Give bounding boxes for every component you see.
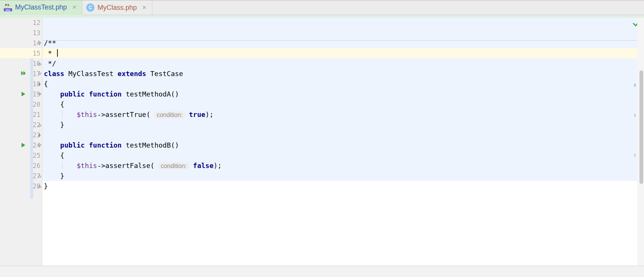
minimap-marker[interactable]	[634, 84, 636, 87]
code-line: {	[42, 99, 644, 109]
code-line	[42, 130, 644, 140]
fold-expanded-icon[interactable]	[37, 39, 42, 47]
svg-point-3	[8, 4, 9, 6]
tab-myclasstest[interactable]: php MyClassTest.php ✕	[0, 0, 82, 15]
svg-point-2	[5, 4, 7, 6]
line-number: 21	[27, 111, 42, 118]
line-number: 20	[27, 101, 42, 108]
editor-tab-bar: php MyClassTest.php ✕ C MyClass.php ✕	[0, 0, 644, 15]
fold-expanded-icon[interactable]	[37, 70, 42, 78]
code-line: }	[42, 120, 644, 130]
fold-end-icon[interactable]	[37, 182, 42, 190]
line-number: 13	[27, 29, 42, 37]
tab-label: MyClassTest.php	[15, 0, 67, 15]
code-line: {	[42, 79, 644, 89]
separator-line	[42, 40, 644, 40]
tab-myclass[interactable]: C MyClass.php ✕	[82, 0, 152, 15]
run-all-icon[interactable]	[21, 70, 27, 78]
run-icon[interactable]	[21, 141, 26, 149]
run-icon[interactable]	[21, 90, 26, 98]
status-bar	[0, 266, 644, 277]
parameter-hint: condition:	[158, 162, 189, 170]
line-number: 12	[27, 19, 42, 26]
code-line: {	[42, 150, 644, 160]
code-line: public function testMethodA()	[42, 89, 644, 99]
minimap-marker[interactable]	[634, 154, 636, 157]
fold-expanded-icon[interactable]	[37, 90, 42, 98]
code-line: │ $this->assertTrue( condition: true);	[42, 109, 644, 120]
class-file-icon: C	[86, 3, 94, 12]
parameter-hint: condition:	[155, 111, 185, 118]
editor-area: 12 13 14 15 16 17 18 19	[0, 17, 644, 266]
line-number: 26	[27, 162, 42, 170]
line-number: 25	[27, 152, 42, 159]
code-line: }	[42, 181, 644, 191]
fold-expanded-icon[interactable]	[37, 141, 42, 149]
gutter[interactable]: 12 13 14 15 16 17 18 19	[0, 17, 42, 266]
code-line: }	[42, 171, 644, 181]
code-line-current: *	[42, 48, 644, 58]
code-line: class MyClassTest extends TestCase	[42, 68, 644, 79]
close-icon[interactable]: ✕	[70, 0, 77, 15]
code-line	[42, 28, 644, 38]
scrollbar-thumb[interactable]	[639, 70, 643, 184]
code-line: public function testMethodB()	[42, 140, 644, 150]
fold-end-icon[interactable]	[37, 59, 42, 67]
text-cursor	[57, 49, 58, 57]
scrollbar-track[interactable]	[637, 17, 644, 266]
line-number: 15	[27, 50, 42, 57]
fold-end-icon[interactable]	[37, 121, 42, 129]
fold-collapsed-icon[interactable]	[37, 131, 42, 139]
code-line	[42, 17, 644, 28]
code-editor[interactable]: /** * */ class MyClassTest extends TestC…	[42, 17, 644, 266]
close-icon[interactable]: ✕	[140, 0, 147, 15]
minimap-marker[interactable]	[634, 114, 636, 117]
fold-end-icon[interactable]	[37, 172, 42, 180]
fold-collapsed-icon[interactable]	[37, 80, 42, 88]
code-line: */	[42, 58, 644, 68]
code-line: │ $this->assertFalse( condition: false);	[42, 160, 644, 171]
code-line: /**	[42, 38, 644, 48]
tab-label: MyClass.php	[98, 0, 137, 15]
php-file-icon: php	[4, 3, 12, 11]
svg-text:php: php	[6, 9, 11, 12]
